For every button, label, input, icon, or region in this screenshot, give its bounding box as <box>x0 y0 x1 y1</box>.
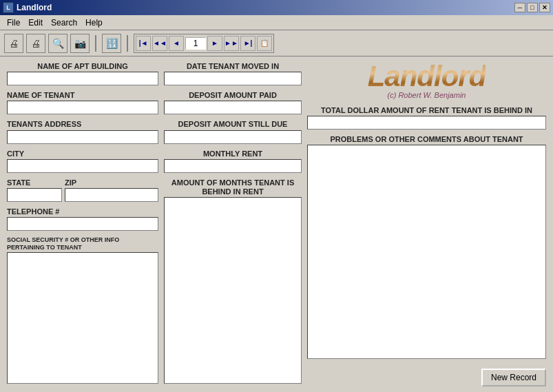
nav-last-button[interactable]: ►| <box>240 36 255 51</box>
toolbar-sep2 <box>127 35 128 52</box>
apt-building-group: NAME OF APT BUILDING <box>7 62 158 85</box>
title-bar: L Landlord ─ □ ✕ <box>0 0 553 15</box>
nav-first-button[interactable]: |◄ <box>136 36 151 51</box>
apt-building-label: NAME OF APT BUILDING <box>7 62 158 71</box>
maximize-button[interactable]: □ <box>527 3 538 12</box>
tenant-address-label: TENANTS ADDRESS <box>7 120 158 129</box>
menu-edit[interactable]: Edit <box>24 17 47 29</box>
middle-column: DATE TENANT MOVED IN DEPOSIT AMOUNT PAID… <box>164 62 302 386</box>
nav-nextnext-button[interactable]: ►► <box>224 36 239 51</box>
date-moved-group: DATE TENANT MOVED IN <box>164 62 302 85</box>
problems-label: PROBLEMS OR OTHER COMMENTS ABOUT TENANT <box>307 135 546 144</box>
telephone-input[interactable] <box>7 217 158 231</box>
date-moved-input[interactable] <box>164 72 302 85</box>
close-button[interactable]: ✕ <box>539 3 550 12</box>
zip-input[interactable] <box>65 188 158 202</box>
deposit-due-group: DEPOSIT AMOUNT STILL DUE <box>164 120 302 143</box>
menu-help[interactable]: Help <box>81 17 107 29</box>
telephone-group: TELEPHONE # <box>7 207 158 231</box>
tenant-name-group: NAME OF TENANT <box>7 91 158 114</box>
total-dollar-input[interactable] <box>307 116 546 130</box>
nav-page-number[interactable]: 1 <box>185 37 206 50</box>
minimize-button[interactable]: ─ <box>514 3 525 12</box>
city-group: CITY <box>7 149 158 173</box>
monthly-rent-group: MONTHLY RENT <box>164 149 302 173</box>
date-moved-label: DATE TENANT MOVED IN <box>164 62 302 71</box>
deposit-paid-input[interactable] <box>164 101 302 114</box>
photo-button[interactable]: 📷 <box>70 34 90 53</box>
nav-prevprev-button[interactable]: ◄◄ <box>152 36 167 51</box>
search-button[interactable]: 🔍 <box>48 34 67 53</box>
months-behind-group: AMOUNT OF MONTHS TENANT IS BEHIND IN REN… <box>164 178 302 384</box>
window-controls: ─ □ ✕ <box>514 3 550 12</box>
total-dollar-group: TOTAL DOLLAR AMOUNT OF RENT TENANT IS BE… <box>307 106 546 130</box>
city-label: CITY <box>7 149 158 158</box>
nav-controls: |◄ ◄◄ ◄ 1 ► ►► ►| 📋 <box>134 34 274 53</box>
state-label: STATE <box>7 178 62 187</box>
monthly-rent-input[interactable] <box>164 159 302 173</box>
tenant-name-input[interactable] <box>7 101 158 114</box>
apt-building-input[interactable] <box>7 72 158 85</box>
social-security-group: SOCIAL SECURITY # OR OTHER INFO PERTAINI… <box>7 236 158 384</box>
city-input[interactable] <box>7 159 158 173</box>
months-behind-textarea[interactable] <box>164 197 302 384</box>
nav-prev-button[interactable]: ◄ <box>169 36 184 51</box>
deposit-due-label: DEPOSIT AMOUNT STILL DUE <box>164 120 302 129</box>
left-column: NAME OF APT BUILDING NAME OF TENANT TENA… <box>7 62 158 386</box>
telephone-label: TELEPHONE # <box>7 207 158 216</box>
social-security-textarea[interactable] <box>7 252 158 384</box>
app-icon: L <box>3 2 14 13</box>
logo-subtitle: (c) Robert W. Benjamin <box>388 91 466 99</box>
zip-group: ZIP <box>65 178 158 202</box>
total-dollar-label: TOTAL DOLLAR AMOUNT OF RENT TENANT IS BE… <box>307 106 546 115</box>
zip-label: ZIP <box>65 178 158 187</box>
months-behind-label: AMOUNT OF MONTHS TENANT IS BEHIND IN REN… <box>164 178 302 196</box>
nav-next-button[interactable]: ► <box>207 36 222 51</box>
toolbar-sep1 <box>95 35 96 52</box>
state-group: STATE <box>7 178 62 202</box>
social-security-label: SOCIAL SECURITY # OR OTHER INFO PERTAINI… <box>7 236 158 251</box>
tenant-name-label: NAME OF TENANT <box>7 91 158 100</box>
menu-bar: File Edit Search Help <box>0 15 553 30</box>
main-content: NAME OF APT BUILDING NAME OF TENANT TENA… <box>0 56 553 392</box>
calculator-button[interactable]: 🔢 <box>102 34 121 53</box>
print2-button[interactable]: 🖨 <box>26 34 45 53</box>
logo-area: Landlord (c) Robert W. Benjamin <box>307 62 546 99</box>
tenant-address-input[interactable] <box>7 130 158 144</box>
nav-extra-button[interactable]: 📋 <box>257 36 272 51</box>
window-title: Landlord <box>17 3 514 12</box>
print-button[interactable]: 🖨 <box>4 34 23 53</box>
menu-search[interactable]: Search <box>47 17 81 29</box>
logo-title: Landlord <box>368 62 486 91</box>
right-column: Landlord (c) Robert W. Benjamin TOTAL DO… <box>307 62 546 386</box>
problems-textarea[interactable] <box>307 145 546 359</box>
deposit-paid-group: DEPOSIT AMOUNT PAID <box>164 91 302 114</box>
toolbar: 🖨 🖨 🔍 📷 🔢 |◄ ◄◄ ◄ 1 ► ►► ►| 📋 <box>0 30 553 56</box>
new-record-button[interactable]: New Record <box>481 369 546 386</box>
deposit-due-input[interactable] <box>164 130 302 144</box>
state-input[interactable] <box>7 188 62 202</box>
problems-group: PROBLEMS OR OTHER COMMENTS ABOUT TENANT <box>307 135 546 359</box>
deposit-paid-label: DEPOSIT AMOUNT PAID <box>164 91 302 100</box>
monthly-rent-label: MONTHLY RENT <box>164 149 302 158</box>
menu-file[interactable]: File <box>3 17 24 29</box>
state-zip-row: STATE ZIP <box>7 178 158 205</box>
tenant-address-group: TENANTS ADDRESS <box>7 120 158 143</box>
right-bottom: New Record <box>307 369 546 386</box>
